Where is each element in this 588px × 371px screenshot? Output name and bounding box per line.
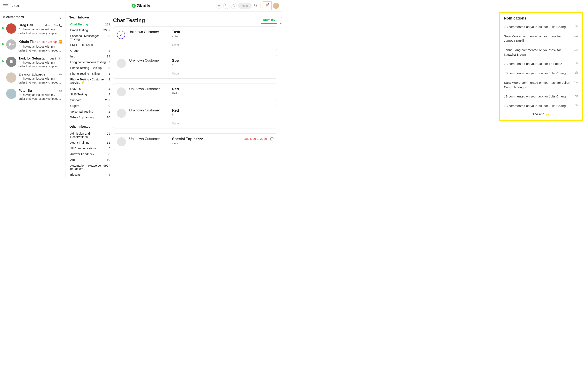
conversation-card[interactable]: Unknown CustomerTaskarftarCreat	[113, 27, 277, 50]
inbox-item[interactable]: Answer Feedback8	[69, 151, 111, 157]
conversation-snippet: arftar	[172, 35, 273, 38]
inbox-count: 0	[108, 34, 110, 41]
inbox-item[interactable]: Long conversations testing2	[69, 59, 111, 65]
conversation-snippet: a	[172, 63, 273, 67]
inbox-item[interactable]: Phone Testing - Billing1	[69, 71, 111, 77]
inbox-item[interactable]: Agent Training11	[69, 140, 111, 145]
inbox-item[interactable]: Group2	[69, 48, 111, 54]
inbox-count: 9	[108, 78, 110, 85]
conversation-card[interactable]: Unknown CustomerSpeaUpda	[113, 55, 277, 79]
inbox-count: 263	[105, 23, 110, 26]
inbox-name: Automation - please do not delete	[70, 164, 103, 170]
inbox-name: Chat Testing	[70, 23, 88, 26]
inbox-count: 999+	[103, 29, 110, 32]
customer-item[interactable]: Greg Belldue in 3m 📞I'm having an issues…	[0, 21, 65, 37]
user-avatar[interactable]	[273, 3, 279, 9]
inbox-item[interactable]: Urgent0	[69, 103, 111, 109]
email-icon	[59, 73, 62, 76]
inbox-item[interactable]: Phone Testing - Customer Service ⚡9	[69, 77, 111, 86]
search-icon[interactable]	[253, 3, 258, 9]
inbox-name: WhatsApp testing	[70, 116, 94, 119]
inbox-item[interactable]: FREE THE TASK2	[69, 42, 111, 48]
customer-item[interactable]: Eleanor EdwardsI'm having an issues with…	[0, 70, 65, 87]
inbox-count: 2	[108, 60, 110, 64]
inbox-item[interactable]: Atul10	[69, 157, 111, 163]
notifications-bell-icon[interactable]	[262, 1, 272, 10]
inbox-count: 10	[107, 116, 110, 119]
conversation-subject: Task	[172, 30, 273, 34]
customer-item[interactable]: Task for Sebasta...due in 3m I'm having …	[0, 55, 65, 70]
menu-icon[interactable]	[3, 3, 8, 8]
inbox-name: SMS Testing	[70, 93, 87, 96]
tab-new[interactable]: NEW 152	[261, 16, 277, 24]
customer-due: due in 3m 📞	[45, 23, 62, 27]
customers-more-icon[interactable]: ⋮	[59, 15, 62, 19]
conversation-avatar	[117, 87, 126, 96]
inbox-item[interactable]: Info14	[69, 54, 111, 59]
inbox-count: 2	[108, 87, 110, 90]
inbox-item[interactable]: Admission and Reservations29	[69, 131, 111, 140]
inbox-item[interactable]: All Communications5	[69, 145, 111, 151]
inbox-item[interactable]: Email Testing999+	[69, 27, 111, 33]
inbox-name: FREE THE TASK	[70, 43, 93, 47]
tab-count: 152	[271, 18, 275, 21]
phone-outgoing-icon: 📞	[59, 24, 62, 27]
inbox-count: 5	[108, 147, 110, 150]
customer-preview: I'm having an issues with my order that …	[19, 61, 62, 69]
conversation-avatar	[117, 59, 126, 68]
inbox-item[interactable]: Chat Testing263	[69, 21, 111, 27]
inbox-count: 10	[107, 158, 110, 161]
customers-sidebar: 5 customers ⋮ Greg Belldue in 3m 📞I'm ha…	[0, 11, 66, 178]
conversation-card[interactable]: Unknown CustomerRedhiUpda	[113, 105, 277, 129]
chevron-down-icon[interactable]: ﹀	[280, 22, 282, 26]
inbox-item[interactable]: Facebook Messenger Testing0	[69, 33, 111, 42]
inbox-item[interactable]: SMS Testing4	[69, 91, 111, 97]
inbox-name: Email Testing	[70, 29, 88, 32]
customer-item[interactable]: KFKristin Fisherdue 3m ago 📶SMSI'm havin…	[0, 37, 65, 55]
phone-icon[interactable]	[223, 3, 230, 9]
customer-preview: I'm having an issues with my order that …	[19, 77, 62, 85]
check-circle-icon[interactable]	[117, 31, 125, 39]
conversation-meta: Creat	[172, 43, 273, 47]
inbox-name: All Communications	[70, 147, 96, 150]
back-button[interactable]: ‹ Back	[11, 3, 20, 8]
conversation-card[interactable]: Unknown CustomerRedHello	[113, 83, 277, 100]
inbox-count: 297	[105, 99, 110, 102]
chat-bubble-icon	[270, 137, 274, 142]
customer-item[interactable]: Peter SuI'm having an issues with my ord…	[0, 87, 65, 103]
inbox-name: Phone Testing - Customer Service ⚡	[70, 78, 108, 85]
inbox-name: Group	[70, 49, 78, 52]
inbox-item[interactable]: Voicemail Testing2	[69, 109, 111, 114]
scroll-indicators: ︿ ﹀	[280, 16, 282, 26]
inbox-item[interactable]: Support297	[69, 97, 111, 103]
chevron-up-icon[interactable]: ︿	[280, 16, 282, 19]
customer-name: Greg Bell	[19, 23, 33, 27]
inbox-item[interactable]: WhatsApp testing10	[69, 114, 111, 120]
customer-due: due in 3m	[50, 57, 62, 60]
inbox-item[interactable]: Biscuits4	[69, 172, 111, 178]
email-icon[interactable]	[216, 3, 222, 9]
inbox-item[interactable]: Phone Testing - Backup3	[69, 65, 111, 71]
separator	[260, 3, 261, 8]
inbox-item[interactable]: Automation - please do not delete999+	[69, 163, 111, 172]
inbox-name: Voicemail Testing	[70, 110, 93, 113]
inbox-item[interactable]: Cathryn Email Testing1	[69, 178, 111, 178]
chat-icon[interactable]	[231, 3, 237, 9]
inbox-name: Urgent	[70, 104, 79, 108]
conversation-avatar	[117, 109, 126, 118]
next-button[interactable]: Next	[238, 3, 252, 9]
inbox-name: Phone Testing - Backup	[70, 66, 102, 70]
inbox-count: 4	[108, 173, 110, 176]
inbox-item[interactable]: Returns2	[69, 86, 111, 91]
conversation-customer: Unknown Customer	[129, 137, 160, 146]
back-label: Back	[14, 4, 20, 7]
status-dot	[2, 92, 4, 94]
conversation-card[interactable]: Unknown CustomerSpecial TopiczzzzssssDue…	[113, 133, 277, 150]
main-content: Chat Testing NEW 152 Unknown CustomerTas…	[113, 11, 282, 178]
inbox-count: 11	[107, 141, 110, 144]
notification-indicator-dot	[267, 3, 270, 5]
email-icon	[59, 89, 62, 92]
conversation-customer: Unknown Customer	[128, 30, 159, 39]
inbox-count: 29	[107, 132, 110, 139]
conversation-customer: Unknown Customer	[129, 108, 160, 118]
